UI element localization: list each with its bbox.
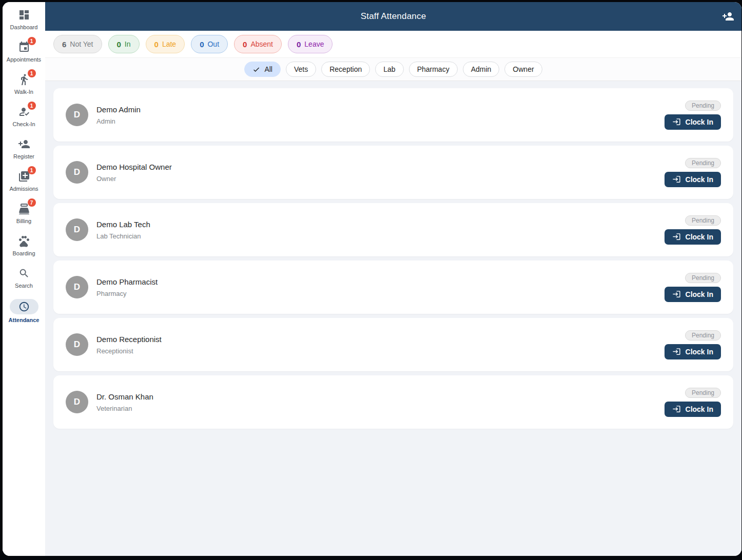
tab-all[interactable]: All (244, 62, 281, 77)
tab-owner[interactable]: Owner (504, 62, 542, 77)
top-app-bar: Staff Attendance (45, 2, 741, 31)
avatar: D (66, 276, 88, 298)
staff-card: D Demo Pharmacist Pharmacy Pending Clock… (53, 261, 733, 314)
status-badge: Pending (685, 330, 721, 341)
staff-card: D Demo Hospital Owner Owner Pending Cloc… (53, 146, 733, 199)
staff-name: Demo Lab Tech (96, 220, 150, 229)
sidebar-item-label: Walk-In (14, 89, 33, 95)
status-chip-not-yet[interactable]: 6 Not Yet (53, 35, 102, 53)
clock-in-button[interactable]: Clock In (665, 114, 721, 130)
status-chip-leave[interactable]: 0 Leave (288, 35, 333, 53)
notification-badge: 7 (28, 198, 36, 207)
tab-reception[interactable]: Reception (321, 62, 370, 77)
clock-in-label: Clock In (686, 405, 713, 413)
staff-role: Admin (96, 117, 141, 125)
clock-in-label: Clock In (686, 233, 713, 241)
tab-admin[interactable]: Admin (463, 62, 500, 77)
tab-label: Vets (294, 65, 308, 73)
billing-icon: 7 (18, 202, 30, 215)
tab-vets[interactable]: Vets (286, 62, 316, 77)
staff-card: D Demo Admin Admin Pending Clock In (53, 88, 733, 142)
tab-label: Pharmacy (417, 65, 450, 73)
clock-icon (10, 299, 38, 314)
status-chip-out[interactable]: 0 Out (191, 35, 228, 53)
avatar: D (66, 333, 88, 356)
login-icon (672, 232, 681, 241)
login-icon (672, 175, 681, 184)
login-icon (672, 290, 681, 298)
clock-in-label: Clock In (686, 175, 713, 184)
sidebar-item-label: Boarding (12, 250, 35, 256)
notification-badge: 1 (28, 69, 36, 77)
clock-in-label: Clock In (686, 290, 713, 298)
sidebar-item-admissions[interactable]: 1 Admissions (3, 170, 45, 202)
chip-label: Out (207, 40, 219, 48)
sidebar-item-dashboard[interactable]: Dashboard (3, 8, 45, 41)
status-badge: Pending (685, 215, 721, 226)
clock-in-label: Clock In (686, 118, 713, 126)
login-icon (672, 405, 681, 413)
notification-badge: 1 (28, 102, 36, 110)
status-chip-late[interactable]: 0 Late (146, 35, 185, 53)
clock-in-button[interactable]: Clock In (665, 229, 721, 245)
staff-list: D Demo Admin Admin Pending Clock In (45, 81, 741, 556)
staff-name: Demo Hospital Owner (96, 163, 172, 171)
clock-in-button[interactable]: Clock In (665, 287, 721, 302)
sidebar-item-label: Register (13, 153, 34, 159)
sidebar-item-check-in[interactable]: 1 Check-In (3, 105, 45, 137)
tab-lab[interactable]: Lab (375, 62, 403, 77)
clock-in-button[interactable]: Clock In (665, 344, 721, 359)
chip-label: Late (162, 40, 176, 48)
register-icon (18, 137, 30, 151)
check-in-icon: 1 (18, 105, 30, 118)
status-badge: Pending (685, 158, 721, 168)
avatar: D (66, 218, 88, 241)
sidebar-item-appointments[interactable]: 1 Appointments (3, 41, 45, 73)
tab-label: Lab (383, 65, 395, 73)
staff-name: Demo Admin (96, 105, 141, 114)
sidebar: Dashboard 1 Appointments 1 Walk-In 1 Che… (3, 2, 45, 556)
sidebar-item-walk-in[interactable]: 1 Walk-In (3, 73, 45, 105)
tab-label: All (264, 65, 272, 73)
status-summary-row: 6 Not Yet 0 In 0 Late 0 Out 0 Absent 0 L… (45, 31, 741, 57)
sidebar-item-boarding[interactable]: Boarding (3, 234, 45, 267)
status-badge: Pending (685, 388, 721, 398)
sidebar-item-label: Search (15, 283, 33, 289)
clock-in-button[interactable]: Clock In (665, 402, 721, 417)
chip-label: In (125, 40, 131, 48)
chip-count: 0 (297, 40, 301, 49)
staff-card: D Demo Lab Tech Lab Technician Pending C… (53, 203, 733, 256)
walk-in-icon: 1 (18, 73, 30, 86)
paw-icon (18, 234, 30, 248)
sidebar-item-label: Attendance (9, 317, 40, 323)
chip-label: Not Yet (70, 40, 93, 48)
chip-count: 0 (154, 40, 159, 49)
sidebar-item-register[interactable]: Register (3, 137, 45, 170)
page-title: Staff Attendance (361, 11, 426, 22)
status-chip-in[interactable]: 0 In (108, 35, 140, 53)
staff-card: D Demo Receptionist Receptionist Pending… (53, 318, 733, 371)
person-add-icon[interactable] (722, 10, 734, 23)
sidebar-item-search[interactable]: Search (3, 267, 45, 299)
clock-in-label: Clock In (686, 348, 713, 356)
sidebar-item-attendance[interactable]: Attendance (3, 299, 45, 331)
login-icon (672, 117, 681, 126)
sidebar-item-billing[interactable]: 7 Billing (3, 202, 45, 234)
status-chip-absent[interactable]: 0 Absent (234, 35, 282, 53)
login-icon (672, 347, 681, 356)
desktop-background: Dashboard 1 Appointments 1 Walk-In 1 Che… (0, 0, 742, 560)
chip-label: Absent (250, 40, 273, 48)
check-icon (252, 66, 260, 73)
staff-name: Dr. Osman Khan (96, 392, 153, 401)
sidebar-item-label: Dashboard (10, 24, 38, 30)
admissions-icon: 1 (18, 170, 30, 183)
avatar: D (66, 161, 88, 184)
chip-count: 0 (200, 40, 204, 49)
clock-in-button[interactable]: Clock In (665, 172, 721, 187)
staff-role: Veterinarian (96, 405, 153, 412)
tab-pharmacy[interactable]: Pharmacy (409, 62, 458, 77)
staff-name: Demo Pharmacist (96, 277, 158, 286)
staff-role: Pharmacy (96, 290, 158, 297)
tab-label: Reception (329, 65, 362, 73)
chip-count: 0 (117, 40, 121, 49)
